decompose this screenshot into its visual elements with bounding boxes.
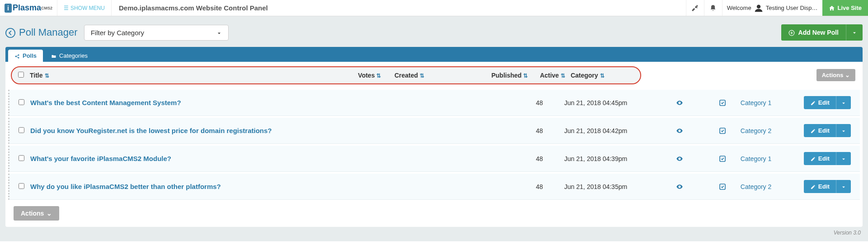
chevron-down-icon: ⌄ (845, 72, 850, 78)
welcome-label: Welcome (727, 5, 751, 11)
top-bar: i Plasma CMS2 ☰ SHOW MENU Demo.iplasmacm… (0, 0, 868, 16)
row-created: Jun 21, 2018 04:35pm (564, 183, 655, 190)
add-new-poll-button[interactable]: Add New Poll (781, 24, 846, 41)
bell-icon[interactable] (704, 0, 722, 16)
row-checkbox[interactable] (19, 127, 30, 134)
row-active (704, 127, 741, 134)
user-icon (754, 3, 763, 13)
row-published (655, 183, 704, 190)
tools-icon[interactable] (686, 0, 704, 16)
edit-dropdown[interactable] (836, 152, 851, 165)
logo-badge: i (5, 4, 12, 13)
row-title: Why do you like iPlasmaCMS2 better than … (30, 183, 515, 190)
home-icon (829, 5, 835, 12)
live-site-button[interactable]: Live Site (822, 0, 868, 16)
bulk-actions-top-button[interactable]: Actions ⌄ (816, 69, 855, 81)
hamburger-icon: ☰ (64, 5, 69, 11)
edit-button[interactable]: Edit (804, 96, 836, 109)
svg-point-1 (6, 28, 15, 37)
row-category: Category 1 (741, 155, 804, 162)
eye-icon (676, 99, 683, 106)
tab-polls[interactable]: Polls (8, 50, 43, 62)
user-menu[interactable]: Welcome Testing User Disp… (722, 0, 822, 16)
row-category: Category 2 (741, 127, 804, 134)
folder-icon (51, 52, 56, 59)
row-created: Jun 21, 2018 04:39pm (564, 155, 655, 162)
tab-polls-label: Polls (23, 52, 37, 59)
column-created[interactable]: Created⇅ (394, 72, 485, 79)
row-checkbox[interactable] (19, 183, 30, 190)
row-votes: 48 (515, 183, 564, 190)
chevron-down-icon (216, 29, 222, 37)
pencil-icon (810, 99, 816, 106)
logo-text: Plasma (13, 3, 41, 13)
username: Testing User Disp… (766, 5, 818, 11)
row-votes: 48 (515, 99, 564, 106)
poll-title-link[interactable]: Did you know YouRegister.net is the lowe… (30, 127, 272, 134)
eye-icon (676, 183, 683, 190)
bulk-actions-bottom-button[interactable]: Actions ⌄ (14, 206, 59, 221)
main-content: Poll Manager Filter by Category Add New … (0, 16, 868, 241)
column-votes[interactable]: Votes⇅ (345, 72, 394, 79)
sort-icon: ⇅ (561, 73, 565, 79)
column-category[interactable]: Category⇅ (571, 72, 634, 79)
poll-title-link[interactable]: Why do you like iPlasmaCMS2 better than … (30, 183, 221, 190)
share-icon (14, 52, 20, 59)
sort-icon: ⇅ (376, 73, 381, 79)
edit-button[interactable]: Edit (804, 180, 836, 193)
edit-dropdown[interactable] (836, 96, 851, 109)
row-votes: 48 (515, 155, 564, 162)
add-poll-dropdown[interactable] (846, 24, 863, 41)
check-square-icon (719, 99, 726, 106)
poll-title-link[interactable]: What's the best Content Management Syste… (30, 99, 181, 106)
row-category: Category 1 (741, 99, 804, 106)
row-actions: Edit (804, 124, 851, 137)
filter-category-select[interactable]: Filter by Category (84, 25, 229, 41)
sort-icon: ⇅ (420, 73, 424, 79)
table-row: Why do you like iPlasmaCMS2 better than … (8, 174, 860, 200)
show-menu-label: SHOW MENU (70, 5, 105, 11)
edit-button[interactable]: Edit (804, 124, 836, 137)
category-link[interactable]: Category 2 (741, 183, 771, 190)
eye-icon (676, 155, 683, 162)
pencil-icon (810, 183, 816, 190)
back-arrow-icon[interactable] (5, 27, 15, 38)
sort-icon: ⇅ (45, 73, 49, 79)
select-all-checkbox[interactable] (18, 72, 30, 79)
edit-dropdown[interactable] (836, 180, 851, 193)
edit-dropdown[interactable] (836, 124, 851, 137)
row-checkbox[interactable] (19, 155, 30, 162)
tabs-bar: Polls Categories (5, 47, 863, 62)
row-title: Did you know YouRegister.net is the lowe… (30, 127, 515, 134)
row-actions: Edit (804, 152, 851, 165)
show-menu-toggle[interactable]: ☰ SHOW MENU (57, 0, 112, 16)
edit-button[interactable]: Edit (804, 152, 836, 165)
topbar-right: Welcome Testing User Disp… Live Site (686, 0, 868, 16)
column-published[interactable]: Published⇅ (485, 72, 535, 79)
check-square-icon (719, 183, 726, 190)
polls-table: Title⇅ Votes⇅ Created⇅ Published⇅ Active… (5, 62, 863, 227)
eye-icon (676, 127, 683, 134)
tab-categories[interactable]: Categories (45, 50, 94, 62)
site-title: Demo.iplasmacms.com Website Control Pane… (112, 4, 275, 12)
row-title: What's the best Content Management Syste… (30, 99, 515, 106)
column-active[interactable]: Active⇅ (535, 72, 571, 79)
row-active (704, 155, 741, 162)
pencil-icon (810, 127, 816, 134)
row-checkbox[interactable] (19, 99, 30, 106)
category-link[interactable]: Category 1 (741, 155, 771, 162)
add-poll-label: Add New Poll (798, 29, 839, 36)
category-link[interactable]: Category 2 (741, 127, 771, 134)
row-active (704, 99, 741, 106)
sort-icon: ⇅ (600, 73, 605, 79)
table-row: Did you know YouRegister.net is the lowe… (8, 118, 860, 144)
logo[interactable]: i Plasma CMS2 (0, 3, 57, 13)
filter-placeholder: Filter by Category (91, 29, 144, 37)
category-link[interactable]: Category 1 (741, 99, 771, 106)
poll-title-link[interactable]: What's your favorite iPlasmaCMS2 Module? (30, 155, 171, 162)
row-created: Jun 21, 2018 04:42pm (564, 127, 655, 134)
row-published (655, 127, 704, 134)
row-title: What's your favorite iPlasmaCMS2 Module? (30, 155, 515, 162)
column-title[interactable]: Title⇅ (30, 72, 345, 79)
row-actions: Edit (804, 96, 851, 109)
